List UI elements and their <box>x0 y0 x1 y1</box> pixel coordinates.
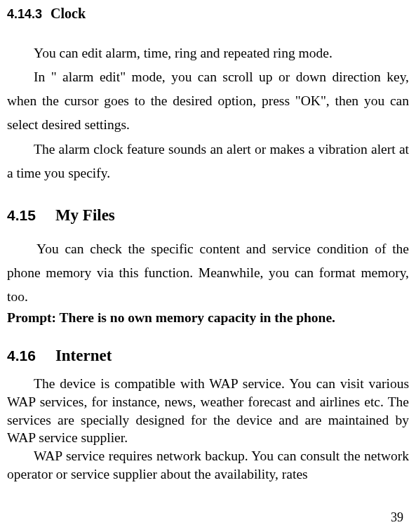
section-clock: 4.14.3 Clock You can edit alarm, time, r… <box>7 6 409 185</box>
section-title: Internet <box>55 347 112 364</box>
section-heading-internet: 4.16 Internet <box>7 347 409 365</box>
paragraph: In " alarm edit" mode, you can scroll up… <box>7 65 409 137</box>
section-internet: 4.16 Internet The device is compatible w… <box>7 347 409 483</box>
section-heading-myfiles: 4.15 My Files <box>7 206 409 225</box>
prompt-text: Prompt: There is no own memory capacity … <box>7 310 409 326</box>
page-number: 39 <box>391 510 403 525</box>
paragraph: You can check the specific content and s… <box>7 237 409 309</box>
paragraph: You can edit alarm, time, ring and repea… <box>7 41 409 65</box>
paragraph: WAP service requires network backup. You… <box>7 447 409 483</box>
section-number: 4.15 <box>7 207 36 223</box>
section-myfiles: 4.15 My Files You can check the specific… <box>7 206 409 326</box>
section-number: 4.16 <box>7 347 36 364</box>
section-heading-clock: 4.14.3 Clock <box>7 6 409 22</box>
paragraph: The alarm clock feature sounds an alert … <box>7 138 409 185</box>
paragraph: The device is compatible with WAP servic… <box>7 375 409 447</box>
section-number: 4.14.3 <box>7 7 42 21</box>
section-title: Clock <box>51 6 86 21</box>
section-title: My Files <box>55 206 115 224</box>
